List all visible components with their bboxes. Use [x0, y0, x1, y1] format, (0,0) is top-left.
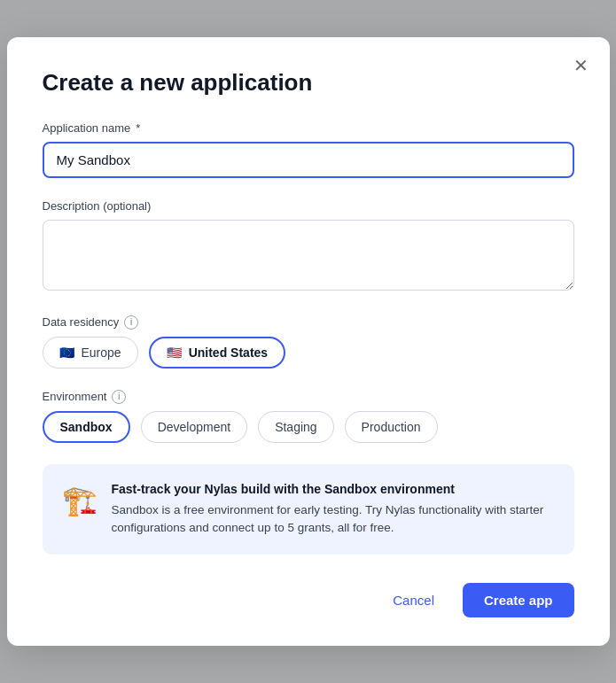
sandbox-card-content: Fast-track your Nylas build with the San… — [112, 482, 555, 538]
create-app-button[interactable]: Create app — [463, 583, 574, 617]
description-input[interactable] — [43, 220, 574, 291]
app-name-field-group: Application name * — [43, 121, 574, 178]
env-production-btn[interactable]: Production — [345, 411, 438, 443]
environment-info-icon: i — [112, 390, 126, 404]
data-residency-info-icon: i — [124, 315, 138, 330]
data-residency-us-btn[interactable]: 🇺🇸 United States — [149, 337, 285, 369]
data-residency-label: Data residency i — [43, 315, 574, 330]
us-flag-icon: 🇺🇸 — [167, 345, 182, 360]
env-sandbox-btn[interactable]: Sandbox — [43, 411, 130, 443]
modal-overlay: ✕ Create a new application Application n… — [0, 0, 616, 683]
environment-options: Sandbox Development Staging Production — [43, 411, 574, 443]
app-name-input[interactable] — [43, 142, 574, 178]
sandbox-icon: 🏗️ — [62, 484, 97, 517]
sandbox-card-description: Sandbox is a free environment for early … — [112, 501, 555, 538]
europe-flag-icon: 🇪🇺 — [59, 345, 74, 360]
env-development-btn[interactable]: Development — [141, 411, 248, 443]
staging-label: Staging — [275, 420, 316, 434]
development-label: Development — [158, 420, 231, 434]
data-residency-options: 🇪🇺 Europe 🇺🇸 United States — [43, 337, 574, 369]
modal-footer: Cancel Create app — [43, 583, 574, 617]
modal-dialog: ✕ Create a new application Application n… — [7, 37, 610, 647]
close-button[interactable]: ✕ — [570, 53, 592, 78]
modal-title: Create a new application — [43, 69, 574, 97]
sandbox-info-card: 🏗️ Fast-track your Nylas build with the … — [43, 464, 574, 555]
data-residency-europe-btn[interactable]: 🇪🇺 Europe — [43, 337, 138, 369]
us-label: United States — [189, 345, 268, 360]
app-name-label: Application name * — [43, 121, 574, 135]
production-label: Production — [362, 420, 421, 434]
sandbox-card-title: Fast-track your Nylas build with the San… — [112, 482, 555, 496]
cancel-button[interactable]: Cancel — [378, 584, 448, 617]
europe-label: Europe — [82, 345, 121, 360]
description-label: Description (optional) — [43, 199, 574, 213]
description-field-group: Description (optional) — [43, 199, 574, 294]
sandbox-label: Sandbox — [60, 420, 113, 434]
env-staging-btn[interactable]: Staging — [258, 411, 333, 443]
environment-field-group: Environment i Sandbox Development Stagin… — [43, 390, 574, 443]
environment-label: Environment i — [43, 390, 574, 404]
data-residency-field-group: Data residency i 🇪🇺 Europe 🇺🇸 United Sta… — [43, 315, 574, 369]
